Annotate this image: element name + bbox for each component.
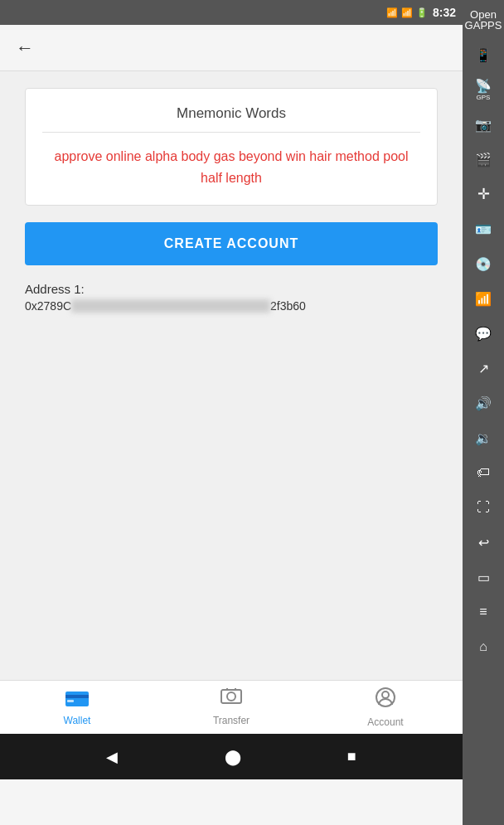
id-icon-item[interactable]: 🪪: [467, 212, 500, 245]
share-icon: ↗: [478, 361, 489, 376]
message-icon-item[interactable]: 💬: [467, 317, 500, 350]
battery-icon: 🔋: [416, 7, 428, 18]
sys-back-button[interactable]: ◀: [106, 748, 118, 766]
status-time: 8:32: [433, 6, 456, 19]
tag-icon-item[interactable]: 🏷: [467, 456, 500, 489]
bottom-nav: Wallet Transfer Account: [0, 680, 463, 734]
movie-icon: 🎬: [475, 152, 492, 167]
tag-icon: 🏷: [477, 465, 490, 480]
mnemonic-title: Mnemonic Words: [42, 105, 420, 133]
recents-nav-icon: ▭: [477, 570, 490, 585]
create-account-button[interactable]: CREATE ACCOUNT: [25, 222, 438, 265]
open-gapps-icon: OpenGAPPS: [465, 9, 502, 31]
camera-icon-item[interactable]: 📷: [467, 108, 500, 141]
address-label: Address 1:: [25, 282, 438, 296]
sys-home-button[interactable]: ⬤: [225, 748, 241, 766]
signal-icon: 📶: [401, 7, 413, 18]
fullscreen-icon: ⛶: [477, 500, 490, 515]
svg-rect-1: [65, 695, 89, 698]
phone-icon: 📱: [475, 47, 492, 63]
volume-down-icon-item[interactable]: 🔉: [467, 421, 500, 454]
recents-nav-icon-item[interactable]: ▭: [467, 561, 500, 594]
back-icon: ←: [16, 37, 34, 59]
nav-transfer[interactable]: Transfer: [198, 688, 264, 726]
sys-recents-button[interactable]: ■: [347, 748, 356, 765]
back-nav-icon-item[interactable]: ↩: [467, 526, 500, 559]
id-icon: 🪪: [475, 221, 492, 237]
back-button[interactable]: ←: [10, 33, 40, 63]
nav-transfer-label: Transfer: [213, 715, 250, 726]
disc-icon-item[interactable]: 💿: [467, 247, 500, 280]
gps-icon-item[interactable]: 📡 GPS: [467, 73, 500, 106]
rss-icon: 📶: [475, 291, 492, 307]
fullscreen-icon-item[interactable]: ⛶: [467, 491, 500, 524]
home-circle-icon: ⌂: [479, 639, 487, 654]
movie-icon-item[interactable]: 🎬: [467, 143, 500, 176]
volume-up-icon: 🔊: [475, 396, 492, 411]
mnemonic-words: approve online alpha body gas beyond win…: [42, 146, 420, 188]
address-blurred: [71, 299, 270, 313]
disc-icon: 💿: [475, 256, 492, 272]
camera-icon: 📷: [475, 117, 492, 133]
mnemonic-card: Mnemonic Words approve online alpha body…: [25, 88, 438, 206]
address-prefix: 0x2789C: [25, 299, 71, 313]
gps-icon: 📡: [475, 78, 492, 94]
share-icon-item[interactable]: ↗: [467, 352, 500, 385]
side-panel: OpenGAPPS 📱 📡 GPS 📷 🎬 ✛ 🪪 💿 📶 💬 ↗ 🔊 🔉: [463, 0, 504, 825]
nav-wallet-label: Wallet: [64, 715, 91, 726]
address-value: 0x2789C2f3b60: [25, 299, 438, 313]
move-icon: ✛: [477, 185, 490, 203]
move-icon-item[interactable]: ✛: [467, 177, 500, 211]
back-nav-icon: ↩: [478, 535, 489, 551]
phone-icon-item[interactable]: 📱: [467, 38, 500, 71]
menu-nav-icon-item[interactable]: ≡: [467, 595, 500, 628]
address-section: Address 1: 0x2789C2f3b60: [0, 265, 463, 330]
volume-up-icon-item[interactable]: 🔊: [467, 386, 500, 420]
wallet-icon: [65, 688, 89, 711]
svg-point-4: [227, 692, 235, 701]
account-icon: [375, 687, 396, 713]
message-icon: 💬: [475, 326, 492, 342]
volume-down-icon: 🔉: [475, 430, 492, 446]
nav-account-label: Account: [367, 716, 403, 728]
open-gapps-item[interactable]: OpenGAPPS: [467, 3, 500, 36]
transfer-icon: [220, 688, 243, 711]
menu-nav-icon: ≡: [479, 604, 487, 619]
svg-rect-2: [67, 700, 74, 702]
svg-rect-0: [65, 692, 89, 706]
system-nav: ◀ ⬤ ■: [0, 734, 463, 779]
svg-point-8: [382, 692, 389, 698]
nav-wallet[interactable]: Wallet: [44, 688, 110, 726]
wifi-icon: 📶: [386, 7, 398, 18]
rss-icon-item[interactable]: 📶: [467, 282, 500, 315]
nav-account[interactable]: Account: [352, 687, 419, 728]
home-circle-icon-item[interactable]: ⌂: [467, 630, 500, 663]
address-suffix: 2f3b60: [270, 299, 306, 313]
